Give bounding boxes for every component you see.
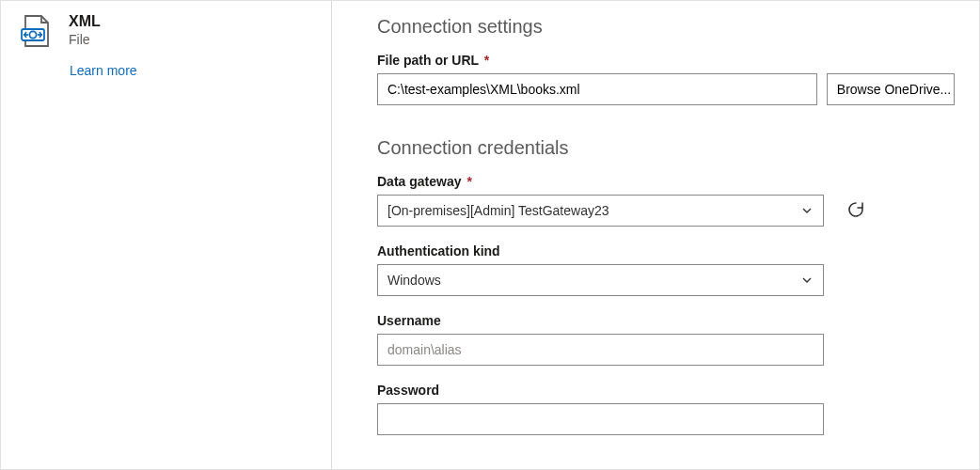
filepath-input[interactable] <box>377 73 817 105</box>
connection-credentials-heading: Connection credentials <box>377 137 955 159</box>
gateway-select-value: [On-premises][Admin] TestGateway23 <box>387 203 609 218</box>
auth-select-value: Windows <box>387 273 441 288</box>
connector-header: XML File <box>18 12 314 50</box>
auth-field: Authentication kind Windows <box>377 243 955 296</box>
refresh-gateway-button[interactable] <box>841 196 871 226</box>
main-panel: Connection settings File path or URL * B… <box>332 1 979 469</box>
auth-select[interactable]: Windows <box>377 264 824 296</box>
sidebar: XML File Learn more <box>1 1 332 469</box>
gateway-select[interactable]: [On-premises][Admin] TestGateway23 <box>377 195 824 227</box>
filepath-label: File path or URL * <box>377 53 955 68</box>
required-marker: * <box>484 53 489 68</box>
connector-text: XML File <box>69 12 101 48</box>
refresh-icon <box>846 200 865 222</box>
password-field: Password <box>377 383 955 435</box>
browse-onedrive-button[interactable]: Browse OneDrive... <box>827 73 955 105</box>
auth-label: Authentication kind <box>377 243 955 258</box>
connection-settings-heading: Connection settings <box>377 16 955 38</box>
required-marker: * <box>466 174 471 189</box>
gateway-field: Data gateway * [On-premises][Admin] Test… <box>377 174 955 227</box>
xml-file-icon <box>18 12 55 50</box>
filepath-label-text: File path or URL <box>377 53 479 68</box>
chevron-down-icon <box>800 274 814 287</box>
username-label: Username <box>377 313 955 328</box>
connector-title: XML <box>69 12 101 31</box>
password-label: Password <box>377 383 955 398</box>
password-input[interactable] <box>377 403 824 435</box>
learn-more-link[interactable]: Learn more <box>70 63 314 78</box>
gateway-label: Data gateway * <box>377 174 955 189</box>
connector-subtitle: File <box>69 31 101 48</box>
username-field: Username <box>377 313 955 366</box>
username-input[interactable] <box>377 334 824 366</box>
gateway-label-text: Data gateway <box>377 174 461 189</box>
chevron-down-icon <box>800 204 814 217</box>
filepath-field: File path or URL * Browse OneDrive... <box>377 53 955 105</box>
